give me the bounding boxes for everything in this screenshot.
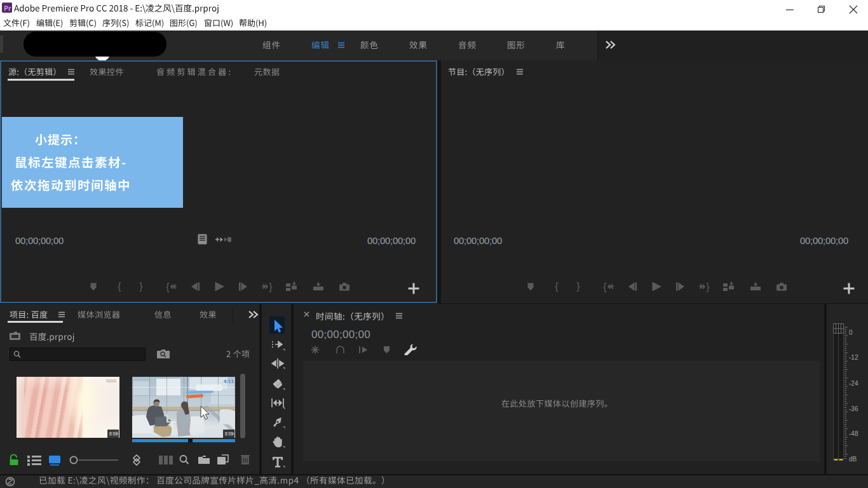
svg-text:}: } xyxy=(576,281,580,292)
svg-text:-24: -24 xyxy=(849,380,858,387)
svg-text:{: { xyxy=(603,281,607,292)
svg-text:{: { xyxy=(166,281,170,292)
svg-text:}: } xyxy=(706,281,710,292)
svg-text:{: { xyxy=(555,281,559,292)
svg-text:{: { xyxy=(118,281,121,292)
svg-text:dB: dB xyxy=(849,456,857,463)
svg-text:-36: -36 xyxy=(849,405,858,412)
svg-text:}: } xyxy=(269,281,273,292)
svg-text:-12: -12 xyxy=(849,354,858,361)
svg-text:}: } xyxy=(139,281,143,292)
svg-text:-48: -48 xyxy=(849,430,858,437)
svg-text:0: 0 xyxy=(849,329,853,336)
